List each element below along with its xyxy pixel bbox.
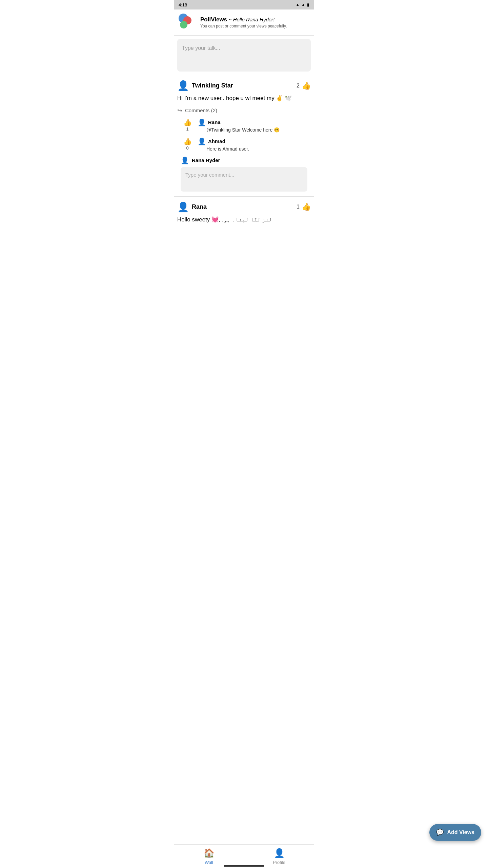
- reply-arrow-icon: ↪: [177, 107, 182, 114]
- reply-user-row: 👤 Rana Hyder: [177, 156, 311, 164]
- reply-avatar-icon: 👤: [181, 156, 189, 164]
- comment-1-body: 👤 Rana @Twinkling Star Welcome here 😊: [198, 118, 311, 133]
- greeting-text: ~ Hello Rana Hyder!: [229, 17, 274, 22]
- comment-2-username: Ahmad: [208, 138, 225, 144]
- post-2-likes[interactable]: 1 👍: [297, 202, 311, 211]
- post-1-avatar-icon: 👤: [177, 80, 189, 91]
- comment-1-thumb-icon: 👍: [183, 118, 192, 126]
- status-bar: 4:18 ▲ ▲ ▮: [174, 0, 314, 9]
- post-2: 👤 Rana 1 👍 Hello sweety 💓, .لنز لگا لینا…: [174, 196, 314, 224]
- app-name: PoliViews ~ Hello Rana Hyder!: [200, 16, 309, 23]
- content-area: Type your talk... 👤 Twinkling Star 2 👍 H…: [174, 39, 314, 255]
- post-1-likes[interactable]: 2 👍: [297, 81, 311, 90]
- comment-2-text: Here is Ahmad user.: [206, 146, 311, 152]
- comment-2-avatar-icon: 👤: [198, 137, 206, 145]
- post-1-username: Twinkling Star: [192, 82, 233, 89]
- comment-1-username: Rana: [208, 119, 221, 125]
- comment-1-like-count: 1: [186, 126, 188, 132]
- comment-1-user: 👤 Rana: [198, 118, 311, 126]
- battery-icon: ▮: [307, 2, 309, 7]
- wifi-icon: ▲: [296, 2, 300, 7]
- post-2-avatar-icon: 👤: [177, 201, 189, 213]
- post-1-content: Hi I'm a new user.. hope u wl meet my ✌️…: [177, 94, 311, 103]
- post-2-thumb-icon: 👍: [302, 202, 311, 211]
- post-input-placeholder: Type your talk...: [182, 45, 220, 51]
- post-1-header: 👤 Twinkling Star 2 👍: [177, 80, 311, 91]
- post-2-username: Rana: [192, 203, 207, 211]
- signal-icon: ▲: [301, 2, 305, 7]
- reply-username: Rana Hyder: [192, 157, 220, 163]
- app-header: PoliViews ~ Hello Rana Hyder! You can po…: [174, 9, 314, 36]
- post-1-user: 👤 Twinkling Star: [177, 80, 233, 91]
- comment-2-thumb-icon: 👍: [183, 137, 192, 145]
- post-2-user: 👤 Rana: [177, 201, 207, 213]
- post-1-like-count: 2: [297, 83, 300, 89]
- post-2-header: 👤 Rana 1 👍: [177, 201, 311, 213]
- comment-1: 👍 1 👤 Rana @Twinkling Star Welcome here …: [177, 118, 311, 133]
- comments-toggle[interactable]: ↪ Comments (2): [177, 107, 311, 114]
- comment-2: 👍 0 👤 Ahmad Here is Ahmad user.: [177, 137, 311, 152]
- logo-bubble-green: [180, 21, 187, 28]
- app-logo: [179, 14, 196, 31]
- comment-1-text: @Twinkling Star Welcome here 😊: [206, 127, 311, 133]
- post-2-like-count: 1: [297, 204, 300, 210]
- header-description: You can post or comment your views peace…: [200, 24, 309, 28]
- comment-2-body: 👤 Ahmad Here is Ahmad user.: [198, 137, 311, 152]
- comment-2-user: 👤 Ahmad: [198, 137, 311, 145]
- comment-1-like-col[interactable]: 👍 1: [181, 118, 194, 133]
- comment-1-avatar-icon: 👤: [198, 118, 206, 126]
- status-icons: ▲ ▲ ▮: [296, 2, 309, 7]
- comment-2-like-count: 0: [186, 145, 188, 151]
- comment-input-area[interactable]: Type your comment...: [181, 167, 307, 192]
- status-time: 4:18: [179, 2, 187, 7]
- comment-2-like-col[interactable]: 👍 0: [181, 137, 194, 152]
- post-2-content: Hello sweety 💓, .لنز لگا لینا۔ ہی: [177, 215, 311, 224]
- post-1: 👤 Twinkling Star 2 👍 Hi I'm a new user..…: [174, 75, 314, 192]
- comment-input-placeholder: Type your comment...: [185, 172, 234, 178]
- comments-label: Comments (2): [185, 107, 217, 113]
- post-1-thumb-icon: 👍: [302, 81, 311, 90]
- post-input-area[interactable]: Type your talk...: [177, 39, 311, 72]
- header-text: PoliViews ~ Hello Rana Hyder! You can po…: [200, 16, 309, 28]
